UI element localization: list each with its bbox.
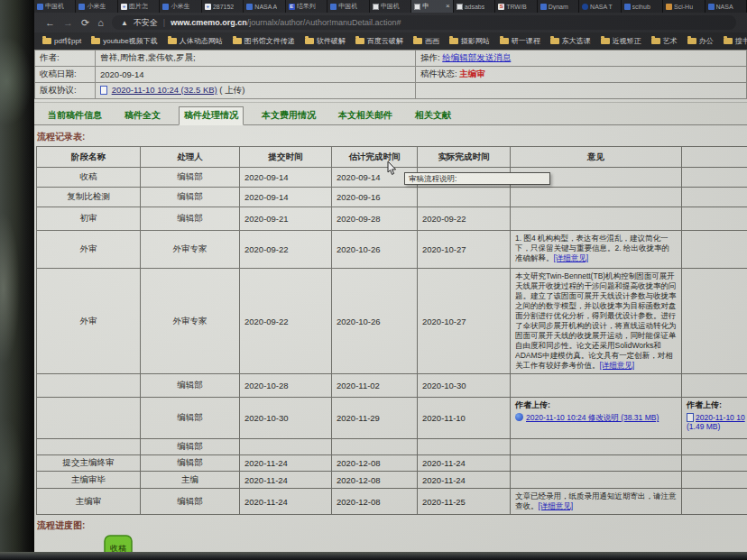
bookmark-item[interactable]: 艺术 [651,36,678,46]
table-cell [682,168,747,188]
table-cell: 编辑部 [141,188,240,207]
table-cell: 2020-11-29 [332,398,418,439]
table-cell: 2020-11-25 [418,489,511,515]
bookmark-item[interactable]: 画画 [413,36,439,46]
status-label: 稿件状态: [420,69,457,78]
attachment-ball-icon [515,413,523,421]
bookmark-item[interactable]: 图书馆文件传递 [233,36,295,46]
table-cell: 2020-10-27 [418,269,511,374]
browser-tab[interactable]: STRW/B [495,0,537,13]
table-cell: 2020-11-24 [240,489,332,515]
photo-background-left [0,0,34,560]
opinion-detail-link[interactable]: [详细意见] [554,253,589,262]
browser-tab-label: Sci-Hu [674,4,693,10]
table-cell [37,439,141,455]
table-row: 编辑部2020-10-282020-11-022020-10-30 [37,374,747,398]
folder-icon [42,38,51,44]
browser-tab[interactable]: scihub_ [622,0,663,13]
table-cell: 文章已经录用，纸质录用通知近期寄出，请注意查收。[详细意见] [511,489,682,515]
bookmark-item[interactable]: 研一课程 [500,36,540,46]
table-header-cell: 提交时间 [240,147,332,168]
browser-tab[interactable]: +图片怎 [118,0,160,13]
tab-close-icon[interactable]: × [446,3,450,10]
bookmark-item[interactable]: 百度云破解 [355,36,403,46]
send-message-link[interactable]: 给编辑部发送消息 [442,52,511,62]
browser-tab[interactable]: 中国机 [370,0,411,13]
browser-tab[interactable]: 小米生 [76,0,117,13]
opinion-detail-link[interactable]: [详细意见] [600,361,635,370]
manuscript-section-tabs: 当前稿件信息稿件全文稿件处理情况本文费用情况本文相关邮件相关文献 [34,102,747,125]
browser-tab[interactable]: Dynam [538,0,579,13]
url-separator: | [163,18,165,27]
author-upload-link[interactable]: 2020-11-10 10 [696,413,745,422]
bookmark-label: 人体动态网站 [180,36,223,46]
table-cell: 2020-09-14 [240,168,332,188]
browser-tab[interactable]: NASA_ [706,0,747,13]
bookmark-item[interactable]: 人体动态网站 [168,36,223,46]
table-cell: 外审 [37,269,141,374]
browser-tab[interactable]: NASA T [579,0,621,13]
bookmark-item[interactable]: 办公 [687,36,714,46]
table-cell: 2020-10-26 [332,231,418,269]
tab-0[interactable]: 当前稿件信息 [43,107,106,124]
folder-icon [601,38,610,44]
folder-icon [687,38,696,44]
table-cell [511,455,682,472]
opinion-detail-link[interactable]: [详细意见] [539,501,574,510]
table-cell: 提交主编终审 [37,455,141,472]
table-cell [332,439,418,455]
browser-tab[interactable]: 小米生 [160,0,201,13]
table-row: 初审编辑部2020-09-212020-09-282020-09-22 [37,207,747,231]
table-header-cell: 处理人 [141,147,240,168]
table-cell: 2020-10-26 [332,269,418,374]
blue-favicon-icon [162,4,169,10]
tab-4[interactable]: 本文相关邮件 [334,107,397,124]
reload-icon[interactable]: ⟳ [81,18,89,28]
author-upload-label: 作者上传: [687,399,746,411]
table-cell: 外审专家 [141,231,240,269]
forward-icon[interactable]: → [63,18,73,28]
tab-1[interactable]: 稿件全文 [120,107,165,124]
table-cell [511,207,682,231]
tab-3[interactable]: 本文费用情况 [257,107,320,124]
author-upload-line: 2020-11-10 10:24 修改说明 (38.31 MB) [515,413,677,424]
author-upload-link[interactable]: 2020-11-10 10:24 修改说明 (38.31 MB) [526,413,659,422]
bookmark-item[interactable]: 软件破解 [305,36,346,46]
bookmark-item[interactable]: 近视矫正 [601,36,641,46]
tab-5[interactable]: 相关文献 [410,107,456,124]
address-bar[interactable]: ▲ 不安全 | www.cmemo.org.cn/journalx/author… [112,15,736,30]
browser-tab[interactable]: 中国机 [327,0,369,13]
review-flow-tooltip: 审稿流程说明: [404,172,550,185]
table-cell [511,374,682,398]
tab-2[interactable]: 稿件处理情况 [179,106,244,125]
browser-tab-label: 中国机 [338,2,357,11]
browser-tab[interactable]: NASA A [244,0,285,13]
bookmark-item[interactable]: youtube视频下载 [91,36,157,46]
bookmark-item[interactable]: 摄影网站 [449,36,490,46]
table-cell [682,374,747,398]
browser-tab[interactable]: adsabs [454,0,495,13]
blue-favicon-icon [37,4,43,10]
browser-tab[interactable]: E结果列 [286,0,327,13]
table-cell: 作者上传:2020-11-10 10:24 修改说明 (38.31 MB) [511,398,682,439]
monitor-bezel-bottom [0,552,747,560]
browser-tab[interactable]: +287152 [202,0,244,13]
s-favicon-icon: S [498,4,504,10]
table-cell: 2020-09-22 [240,269,332,374]
orange-favicon-icon [666,4,672,10]
browser-tab[interactable]: Sci-Hu [663,0,705,13]
bookmark-item[interactable]: 搜书 [724,36,747,46]
back-icon[interactable]: ← [45,18,55,28]
table-cell: 2020-12-08 [332,472,418,489]
copyright-file-link[interactable]: 2020-11-10 10:24 (32.5 KB) [112,85,217,95]
browser-tab[interactable]: 中× [411,0,453,13]
action-cell: 操作: 给编辑部发送消息 [416,50,747,67]
browser-tab-label: 图片怎 [129,2,148,11]
table-header-cell: 阶段名称 [37,147,141,168]
home-icon[interactable]: ⌂ [97,18,104,28]
mouse-cursor-icon [387,161,398,176]
bookmark-label: 画画 [425,36,439,46]
browser-tab[interactable]: 中国机 [34,0,76,13]
bookmark-item[interactable]: pdf转ppt [42,36,81,46]
bookmark-item[interactable]: 东大选课 [550,36,591,46]
